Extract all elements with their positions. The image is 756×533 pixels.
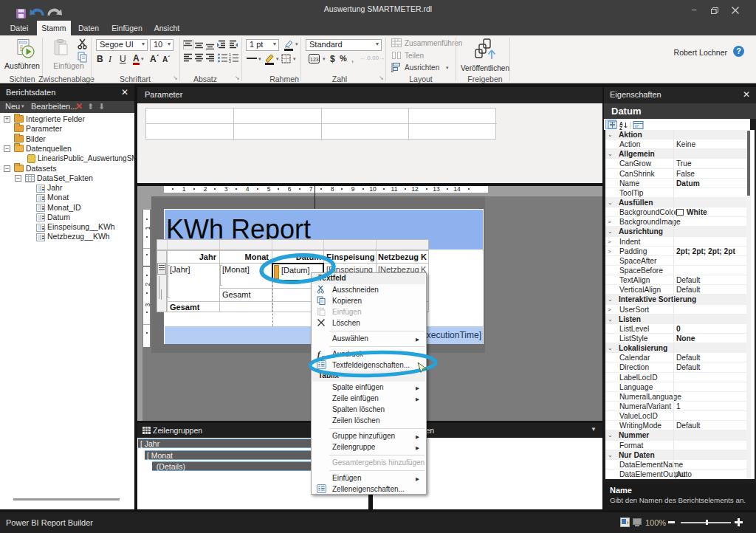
svg-text:3: 3	[229, 59, 231, 63]
svg-text:123: 123	[310, 57, 319, 62]
